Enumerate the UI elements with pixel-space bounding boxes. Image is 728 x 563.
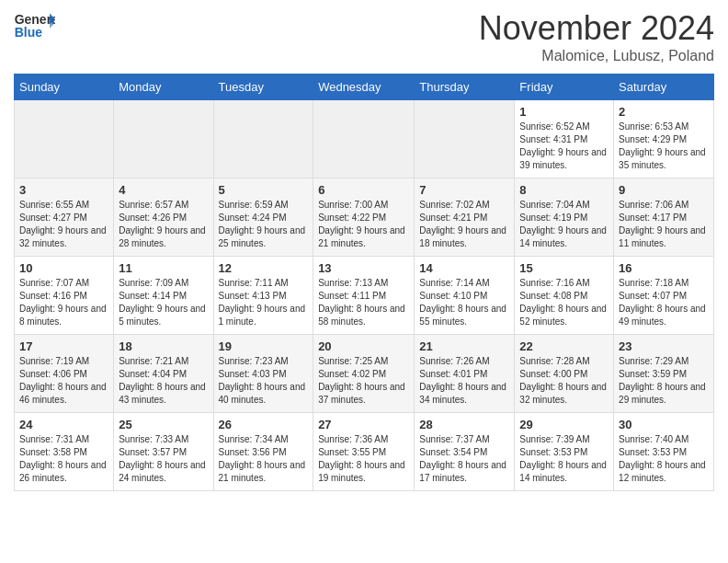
day-info: Sunrise: 6:57 AM Sunset: 4:26 PM Dayligh… [119, 199, 208, 250]
day-info: Sunrise: 7:40 AM Sunset: 3:53 PM Dayligh… [619, 433, 709, 485]
weekday-header-wednesday: Wednesday [313, 75, 415, 100]
calendar-cell: 30Sunrise: 7:40 AM Sunset: 3:53 PM Dayli… [614, 413, 714, 491]
day-info: Sunrise: 6:53 AM Sunset: 4:29 PM Dayligh… [619, 121, 709, 172]
title-block: November 2024 Malomice, Lubusz, Poland [479, 9, 714, 64]
day-number: 26 [219, 418, 309, 431]
day-info: Sunrise: 7:33 AM Sunset: 3:57 PM Dayligh… [119, 433, 208, 485]
day-number: 16 [619, 261, 709, 275]
calendar-cell: 4Sunrise: 6:57 AM Sunset: 4:26 PM Daylig… [114, 178, 213, 257]
day-info: Sunrise: 7:26 AM Sunset: 4:01 PM Dayligh… [419, 355, 509, 407]
day-number: 6 [318, 183, 409, 197]
logo-icon: General Blue [14, 9, 55, 41]
day-number: 4 [119, 183, 208, 197]
weekday-header-tuesday: Tuesday [213, 75, 313, 100]
calendar-cell: 5Sunrise: 6:59 AM Sunset: 4:24 PM Daylig… [213, 178, 313, 257]
calendar-cell: 22Sunrise: 7:28 AM Sunset: 4:00 PM Dayli… [515, 335, 614, 413]
weekday-header-friday: Friday [515, 75, 614, 100]
day-number: 8 [519, 183, 609, 197]
calendar-cell: 14Sunrise: 7:14 AM Sunset: 4:10 PM Dayli… [415, 257, 515, 335]
calendar-cell: 11Sunrise: 7:09 AM Sunset: 4:14 PM Dayli… [114, 257, 213, 335]
calendar-cell: 21Sunrise: 7:26 AM Sunset: 4:01 PM Dayli… [415, 335, 515, 413]
day-info: Sunrise: 7:39 AM Sunset: 3:53 PM Dayligh… [519, 433, 609, 485]
calendar-cell: 6Sunrise: 7:00 AM Sunset: 4:22 PM Daylig… [313, 178, 415, 257]
day-info: Sunrise: 7:28 AM Sunset: 4:00 PM Dayligh… [519, 355, 609, 407]
weekday-header-monday: Monday [114, 75, 213, 100]
day-info: Sunrise: 7:02 AM Sunset: 4:21 PM Dayligh… [419, 199, 509, 250]
calendar-cell [15, 100, 114, 178]
calendar-cell: 18Sunrise: 7:21 AM Sunset: 4:04 PM Dayli… [114, 335, 213, 413]
calendar-cell: 27Sunrise: 7:36 AM Sunset: 3:55 PM Dayli… [313, 413, 415, 491]
day-number: 3 [19, 183, 108, 197]
calendar-cell: 13Sunrise: 7:13 AM Sunset: 4:11 PM Dayli… [313, 257, 415, 335]
day-info: Sunrise: 6:55 AM Sunset: 4:27 PM Dayligh… [19, 199, 108, 250]
location: Malomice, Lubusz, Poland [479, 48, 714, 64]
calendar-week-5: 24Sunrise: 7:31 AM Sunset: 3:58 PM Dayli… [15, 413, 714, 491]
day-number: 9 [619, 183, 709, 197]
day-number: 29 [519, 418, 609, 431]
day-number: 5 [219, 183, 309, 197]
calendar-cell: 12Sunrise: 7:11 AM Sunset: 4:13 PM Dayli… [213, 257, 313, 335]
day-number: 15 [519, 261, 609, 275]
day-info: Sunrise: 7:21 AM Sunset: 4:04 PM Dayligh… [119, 355, 208, 407]
day-info: Sunrise: 6:59 AM Sunset: 4:24 PM Dayligh… [219, 199, 309, 250]
calendar-week-2: 3Sunrise: 6:55 AM Sunset: 4:27 PM Daylig… [15, 178, 714, 257]
calendar-cell [415, 100, 515, 178]
calendar-cell: 3Sunrise: 6:55 AM Sunset: 4:27 PM Daylig… [15, 178, 114, 257]
calendar-cell: 9Sunrise: 7:06 AM Sunset: 4:17 PM Daylig… [614, 178, 714, 257]
svg-text:Blue: Blue [15, 25, 43, 40]
day-number: 21 [419, 339, 509, 353]
day-info: Sunrise: 7:34 AM Sunset: 3:56 PM Dayligh… [219, 433, 309, 485]
calendar-cell: 8Sunrise: 7:04 AM Sunset: 4:19 PM Daylig… [515, 178, 614, 257]
calendar-cell: 28Sunrise: 7:37 AM Sunset: 3:54 PM Dayli… [415, 413, 515, 491]
weekday-header-saturday: Saturday [614, 75, 714, 100]
weekday-header-thursday: Thursday [415, 75, 515, 100]
page-header: General Blue November 2024 Malomice, Lub… [14, 9, 714, 64]
day-number: 7 [419, 183, 509, 197]
calendar-week-3: 10Sunrise: 7:07 AM Sunset: 4:16 PM Dayli… [15, 257, 714, 335]
day-number: 10 [19, 261, 108, 275]
calendar-cell: 29Sunrise: 7:39 AM Sunset: 3:53 PM Dayli… [515, 413, 614, 491]
month-title: November 2024 [479, 9, 714, 48]
page-container: General Blue November 2024 Malomice, Lub… [0, 0, 728, 500]
day-number: 30 [619, 418, 709, 431]
day-number: 13 [318, 261, 409, 275]
calendar-cell: 17Sunrise: 7:19 AM Sunset: 4:06 PM Dayli… [15, 335, 114, 413]
day-info: Sunrise: 7:37 AM Sunset: 3:54 PM Dayligh… [419, 433, 509, 485]
day-info: Sunrise: 7:19 AM Sunset: 4:06 PM Dayligh… [19, 355, 108, 407]
calendar-cell: 16Sunrise: 7:18 AM Sunset: 4:07 PM Dayli… [614, 257, 714, 335]
day-info: Sunrise: 7:25 AM Sunset: 4:02 PM Dayligh… [318, 355, 409, 407]
day-number: 18 [119, 339, 208, 353]
day-number: 12 [219, 261, 309, 275]
calendar-cell: 20Sunrise: 7:25 AM Sunset: 4:02 PM Dayli… [313, 335, 415, 413]
day-number: 14 [419, 261, 509, 275]
calendar-table: SundayMondayTuesdayWednesdayThursdayFrid… [14, 74, 714, 491]
day-info: Sunrise: 7:09 AM Sunset: 4:14 PM Dayligh… [119, 277, 208, 328]
day-info: Sunrise: 7:16 AM Sunset: 4:08 PM Dayligh… [519, 277, 609, 328]
day-number: 27 [318, 418, 409, 431]
day-info: Sunrise: 6:52 AM Sunset: 4:31 PM Dayligh… [519, 121, 609, 172]
calendar-cell [213, 100, 313, 178]
day-info: Sunrise: 7:36 AM Sunset: 3:55 PM Dayligh… [318, 433, 409, 485]
day-number: 20 [318, 339, 409, 353]
day-info: Sunrise: 7:04 AM Sunset: 4:19 PM Dayligh… [519, 199, 609, 250]
day-number: 2 [619, 105, 709, 119]
calendar-cell: 10Sunrise: 7:07 AM Sunset: 4:16 PM Dayli… [15, 257, 114, 335]
weekday-header-sunday: Sunday [15, 75, 114, 100]
day-number: 1 [519, 105, 609, 119]
weekday-header-row: SundayMondayTuesdayWednesdayThursdayFrid… [15, 75, 714, 100]
calendar-cell: 25Sunrise: 7:33 AM Sunset: 3:57 PM Dayli… [114, 413, 213, 491]
day-number: 23 [619, 339, 709, 353]
calendar-cell: 2Sunrise: 6:53 AM Sunset: 4:29 PM Daylig… [614, 100, 714, 178]
day-number: 28 [419, 418, 509, 431]
calendar-cell [114, 100, 213, 178]
calendar-cell: 7Sunrise: 7:02 AM Sunset: 4:21 PM Daylig… [415, 178, 515, 257]
day-info: Sunrise: 7:11 AM Sunset: 4:13 PM Dayligh… [219, 277, 309, 328]
calendar-week-4: 17Sunrise: 7:19 AM Sunset: 4:06 PM Dayli… [15, 335, 714, 413]
calendar-cell: 19Sunrise: 7:23 AM Sunset: 4:03 PM Dayli… [213, 335, 313, 413]
day-number: 19 [219, 339, 309, 353]
calendar-cell: 23Sunrise: 7:29 AM Sunset: 3:59 PM Dayli… [614, 335, 714, 413]
calendar-cell: 15Sunrise: 7:16 AM Sunset: 4:08 PM Dayli… [515, 257, 614, 335]
day-number: 11 [119, 261, 208, 275]
day-info: Sunrise: 7:00 AM Sunset: 4:22 PM Dayligh… [318, 199, 409, 250]
day-info: Sunrise: 7:14 AM Sunset: 4:10 PM Dayligh… [419, 277, 509, 328]
